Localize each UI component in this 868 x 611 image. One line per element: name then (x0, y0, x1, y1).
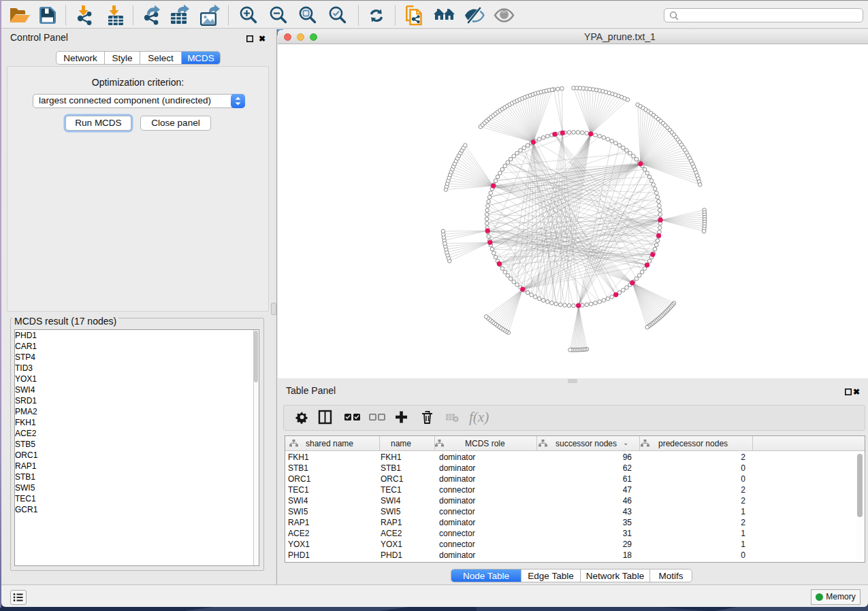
svg-text:f(x): f(x) (469, 409, 489, 425)
